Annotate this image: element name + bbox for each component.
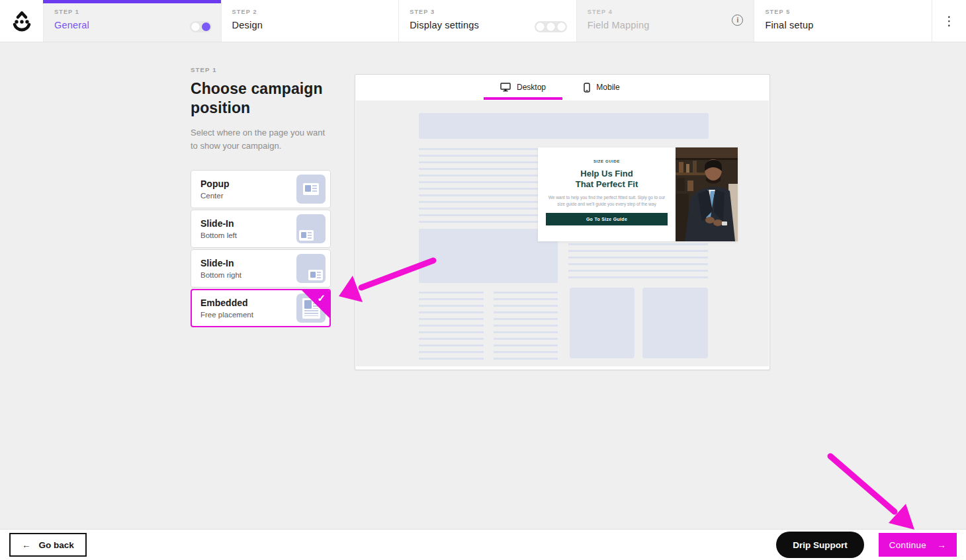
option-popup-center[interactable]: Popup Center xyxy=(191,170,331,208)
substep-dot xyxy=(547,22,555,31)
campaign-photo xyxy=(676,147,738,241)
substep-dot xyxy=(536,22,545,31)
drip-logo[interactable] xyxy=(0,0,43,42)
page-description: Select where on the page you want to sho… xyxy=(191,126,328,153)
substep-dot-active xyxy=(202,22,210,31)
drip-support-button[interactable]: Drip Support xyxy=(776,532,864,558)
wireframe-block xyxy=(642,288,708,358)
step-navigation-bar: STEP 1 General STEP 2 Design STEP 3 Disp… xyxy=(0,0,966,42)
option-title: Embedded xyxy=(200,298,253,308)
preview-wireframe: SIZE GUIDE Help Us Find That Perfect Fit… xyxy=(356,100,769,366)
wireframe-text-lines xyxy=(419,148,540,227)
option-subtitle: Center xyxy=(200,192,230,200)
wireframe-block xyxy=(419,229,558,283)
wireframe-text-lines xyxy=(494,292,558,360)
step-label: Final setup xyxy=(765,20,921,30)
option-slidein-bottom-right[interactable]: Slide-In Bottom right xyxy=(191,249,331,288)
campaign-render-content: SIZE GUIDE Help Us Find That Perfect Fit… xyxy=(538,147,676,241)
campaign-heading: Help Us Find That Perfect Fit xyxy=(546,169,668,190)
footer-bar: ← Go back Drip Support Continue → xyxy=(0,529,966,560)
option-subtitle: Bottom right xyxy=(200,271,242,279)
arrow-to-continue-shaft xyxy=(830,456,895,512)
step-tab-display-settings[interactable]: STEP 3 Display settings xyxy=(398,0,576,42)
tab-desktop[interactable]: Desktop xyxy=(484,75,562,100)
step-label: Field Mapping xyxy=(588,20,744,30)
tab-mobile[interactable]: Mobile xyxy=(562,75,641,100)
back-arrow-icon: ← xyxy=(22,540,31,550)
page-title: Choose campaign position xyxy=(191,79,332,118)
option-slidein-bottom-left[interactable]: Slide-In Bottom left xyxy=(191,210,331,248)
step-tab-design[interactable]: STEP 2 Design xyxy=(221,0,399,42)
campaign-eyebrow: SIZE GUIDE xyxy=(546,159,668,163)
go-back-button[interactable]: ← Go back xyxy=(9,533,87,557)
campaign-cta-button: Go To Size Guide xyxy=(546,213,668,225)
option-embedded-selected[interactable]: Embedded Free placement ✓ xyxy=(191,289,331,327)
option-title: Popup xyxy=(200,179,230,189)
substep-dot xyxy=(191,22,200,31)
wireframe-block xyxy=(570,288,635,358)
option-title: Slide-In xyxy=(200,258,242,268)
step-eyebrow: STEP 5 xyxy=(765,9,921,15)
slidein-bottom-right-icon xyxy=(296,254,326,283)
man-in-suit-photo xyxy=(676,147,738,241)
campaign-position-panel: STEP 1 Choose campaign position Select w… xyxy=(191,66,332,327)
continue-button[interactable]: Continue → xyxy=(879,533,957,557)
go-back-label: Go back xyxy=(39,540,74,550)
wireframe-text-lines xyxy=(419,292,484,360)
option-title: Slide-In xyxy=(200,218,237,229)
step-label: General xyxy=(54,20,210,30)
step-tab-field-mapping: STEP 4 Field Mapping i xyxy=(576,0,754,42)
step-eyebrow: STEP 3 xyxy=(410,9,566,15)
substep-dot xyxy=(557,22,566,31)
step-eyebrow: STEP 1 xyxy=(54,9,210,15)
arrow-to-continue-head xyxy=(889,504,914,530)
step-eyebrow: STEP 2 xyxy=(232,9,388,15)
wireframe-text-lines xyxy=(568,243,708,278)
forward-arrow-icon: → xyxy=(937,540,946,550)
continue-label: Continue xyxy=(889,540,926,550)
campaign-render: SIZE GUIDE Help Us Find That Perfect Fit… xyxy=(538,147,738,241)
option-subtitle: Free placement xyxy=(200,311,253,319)
panel-step-eyebrow: STEP 1 xyxy=(191,66,332,73)
step-label: Design xyxy=(232,20,388,30)
campaign-preview-card: Desktop Mobile SIZE GUIDE Help Us Find T xyxy=(355,74,770,370)
tab-label: Mobile xyxy=(596,83,619,92)
substep-progress-toggle[interactable] xyxy=(190,21,212,32)
option-subtitle: Bottom left xyxy=(200,231,237,239)
tab-label: Desktop xyxy=(517,83,546,92)
step-tab-general[interactable]: STEP 1 General xyxy=(43,0,221,42)
wireframe-banner xyxy=(419,113,709,139)
popup-center-icon xyxy=(296,175,326,204)
step-tab-final-setup[interactable]: STEP 5 Final setup xyxy=(754,0,932,42)
slidein-bottom-left-icon xyxy=(296,214,326,243)
campaign-body-text: We want to help you find the perfect fit… xyxy=(546,194,668,207)
step-eyebrow: STEP 4 xyxy=(588,9,744,15)
preview-device-tabs: Desktop Mobile xyxy=(355,75,769,100)
drip-smile-logo-icon xyxy=(10,9,34,34)
kebab-menu-icon[interactable]: ⋮ xyxy=(932,0,966,42)
mobile-phone-icon xyxy=(584,83,590,93)
position-options-list: Popup Center Slide-In Bottom left Slide-… xyxy=(191,170,331,327)
desktop-monitor-icon xyxy=(500,83,511,92)
substep-progress-dots xyxy=(535,21,567,32)
check-icon: ✓ xyxy=(317,292,326,304)
